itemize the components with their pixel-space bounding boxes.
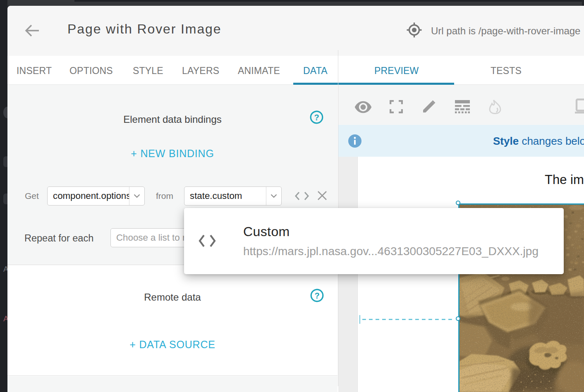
svg-text:?: ? xyxy=(314,291,319,300)
svg-text:?: ? xyxy=(314,113,319,122)
